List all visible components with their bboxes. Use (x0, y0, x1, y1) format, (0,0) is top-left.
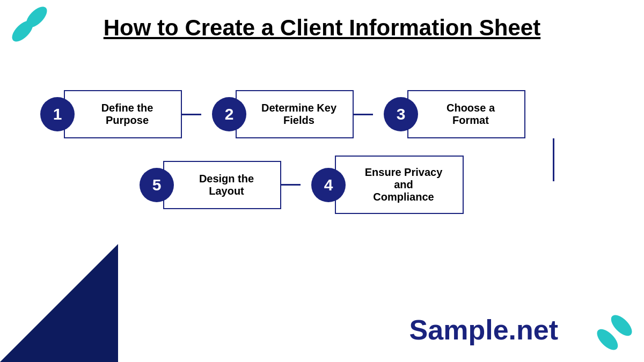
step-3-circle: 3 (384, 97, 418, 131)
step-2-box: Determine Key Fields (236, 90, 354, 138)
step-4: 4 Ensure Privacy and Compliance (301, 156, 464, 214)
step-1-circle: 1 (40, 97, 75, 131)
decorative-leaf-bottom-right (596, 314, 633, 351)
vertical-connector (553, 138, 554, 181)
connector-5-4 (281, 184, 301, 186)
step-4-circle: 4 (311, 168, 346, 202)
connector-1-2 (182, 114, 201, 115)
page-title: How to Create a Client Information Sheet (0, 15, 644, 41)
step-1: 1 Define the Purpose (30, 90, 182, 138)
step-2-circle: 2 (212, 97, 246, 131)
step-1-box: Define the Purpose (64, 90, 182, 138)
step-2: 2 Determine Key Fields (201, 90, 354, 138)
step-5-circle: 5 (140, 168, 174, 202)
decorative-triangle-bottom-left (0, 244, 118, 362)
step-3: 3 Choose a Format (373, 90, 525, 138)
connector-2-3 (354, 114, 373, 115)
decorative-leaf-top-left (11, 5, 48, 43)
step-5-box: Design the Layout (163, 161, 281, 209)
title-container: How to Create a Client Information Sheet (0, 0, 644, 46)
step-4-box: Ensure Privacy and Compliance (335, 156, 464, 214)
brand-text: Sample.net (409, 314, 558, 346)
step-5: 5 Design the Layout (129, 161, 281, 209)
step-3-box: Choose a Format (407, 90, 525, 138)
